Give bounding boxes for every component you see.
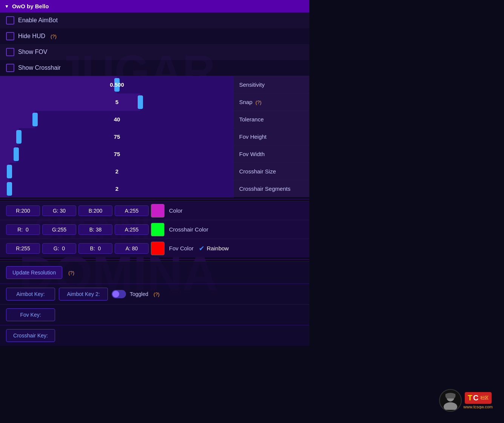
crosshair-size-row: 2 Crosshair Size: [0, 162, 309, 180]
fov-color-b-input[interactable]: [78, 243, 112, 254]
fov-color-row: Fov Color ✔ Rainbow: [0, 239, 309, 257]
show-fov-label: Show FOV: [18, 49, 47, 55]
crosshair-key-button[interactable]: Crosshair Key:: [6, 329, 55, 342]
color-r-input[interactable]: [6, 205, 40, 216]
fov-color-g-input[interactable]: [42, 243, 76, 254]
color-g-input[interactable]: [42, 205, 76, 216]
crosshair-segments-label: Crosshair Segments: [234, 185, 309, 192]
fov-width-value: 75: [0, 151, 234, 157]
fov-width-slider[interactable]: 75: [0, 146, 234, 163]
title-bar: ▼ OwO by Bello: [0, 0, 309, 12]
fov-color-r-input[interactable]: [6, 243, 40, 254]
show-crosshair-row: Show Crosshair: [0, 60, 309, 76]
fov-width-label: Fov Width: [234, 151, 309, 157]
crosshair-segments-slider[interactable]: 2: [0, 180, 234, 198]
color-swatch[interactable]: [151, 204, 164, 218]
aimbot-key-row: Aimbot Key: Aimbot Key 2: Toggled (?): [0, 284, 309, 304]
toggle-knob: [112, 291, 119, 297]
c-letter: C: [473, 394, 478, 402]
svg-point-1: [444, 402, 457, 410]
fov-width-row: 75 Fov Width: [0, 145, 309, 162]
crosshair-key-row: Crosshair Key:: [0, 325, 309, 346]
snap-label: Snap (?): [234, 99, 309, 105]
main-panel: ▼ OwO by Bello Enable AimBot Hide HUD (?…: [0, 0, 309, 346]
enable-aimbot-checkbox[interactable]: [6, 16, 14, 25]
hide-hud-help[interactable]: (?): [51, 34, 57, 39]
crosshair-color-r-input[interactable]: [6, 224, 40, 235]
show-crosshair-label: Show Crosshair: [18, 64, 61, 71]
fov-height-value: 75: [0, 133, 234, 140]
snap-slider[interactable]: 5: [0, 93, 234, 111]
tolerance-label: Tolerance: [234, 116, 309, 123]
fov-key-button[interactable]: Fov Key:: [6, 308, 55, 321]
collapse-arrow[interactable]: ▼: [5, 4, 9, 9]
toggled-label: Toggled: [130, 291, 148, 297]
separator-2: [0, 259, 309, 260]
tc-badge: T C 社区: [465, 392, 492, 404]
snap-row: 5 Snap (?): [0, 93, 309, 110]
sensitivity-label: Sensitivity: [234, 81, 309, 88]
sensitivity-row: 0.500 Sensitivity: [0, 76, 309, 93]
show-fov-checkbox[interactable]: [6, 48, 14, 56]
rainbow-check-icon[interactable]: ✔: [199, 244, 204, 253]
fov-height-row: 75 Fov Height: [0, 128, 309, 145]
crosshair-color-row: Crosshair Color: [0, 220, 309, 239]
fov-key-row: Fov Key:: [0, 304, 309, 325]
aimbot-key2-button[interactable]: Aimbot Key 2:: [59, 288, 108, 300]
snap-help[interactable]: (?): [255, 100, 261, 105]
toggled-help[interactable]: (?): [154, 291, 160, 297]
tc-site-label: www.tcsqw.com: [463, 405, 493, 409]
community-label: 社区: [480, 395, 489, 401]
color-row: Color: [0, 201, 309, 220]
avatar-circle: [439, 389, 462, 412]
crosshair-segments-value: 2: [0, 185, 234, 192]
update-resolution-row: Update Resolution (?): [0, 261, 309, 284]
t-letter: T: [468, 394, 472, 402]
tc-logo-watermark: T C 社区 www.tcsqw.com: [439, 389, 493, 412]
enable-aimbot-row: Enable AimBot: [0, 12, 309, 28]
crosshair-color-b-input[interactable]: [78, 224, 112, 235]
fov-height-slider[interactable]: 75: [0, 128, 234, 146]
crosshair-color-label: Crosshair Color: [169, 226, 208, 233]
tolerance-slider[interactable]: 40: [0, 111, 234, 128]
color-a-input[interactable]: [115, 205, 149, 216]
fov-color-label: Fov Color: [169, 245, 194, 251]
aimbot-key-button[interactable]: Aimbot Key:: [6, 288, 55, 300]
crosshair-size-value: 2: [0, 168, 234, 175]
color-b-input[interactable]: [78, 205, 112, 216]
show-crosshair-checkbox[interactable]: [6, 64, 14, 72]
color-label: Color: [169, 207, 183, 214]
separator-1: [0, 199, 309, 199]
enable-aimbot-label: Enable AimBot: [18, 17, 58, 24]
crosshair-segments-row: 2 Crosshair Segments: [0, 180, 309, 197]
hide-hud-row: Hide HUD (?): [0, 28, 309, 44]
crosshair-size-slider[interactable]: 2: [0, 163, 234, 180]
show-fov-row: Show FOV: [0, 44, 309, 60]
panel-title: OwO by Bello: [12, 3, 49, 9]
sensitivity-slider[interactable]: 0.500: [0, 76, 234, 93]
fov-color-swatch[interactable]: [151, 242, 164, 255]
hide-hud-checkbox[interactable]: [6, 32, 14, 40]
tolerance-row: 40 Tolerance: [0, 110, 309, 128]
avatar-icon: [441, 391, 460, 410]
crosshair-color-a-input[interactable]: [115, 224, 149, 235]
update-resolution-help[interactable]: (?): [68, 270, 74, 276]
rainbow-label: Rainbow: [207, 245, 229, 251]
fov-height-label: Fov Height: [234, 133, 309, 140]
update-resolution-button[interactable]: Update Resolution: [6, 266, 62, 279]
crosshair-color-g-input[interactable]: [42, 224, 76, 235]
fov-color-a-input[interactable]: [115, 243, 149, 254]
toggled-switch[interactable]: [112, 290, 126, 298]
crosshair-size-label: Crosshair Size: [234, 168, 309, 175]
crosshair-color-swatch[interactable]: [151, 223, 164, 236]
hide-hud-label: Hide HUD: [18, 33, 45, 40]
